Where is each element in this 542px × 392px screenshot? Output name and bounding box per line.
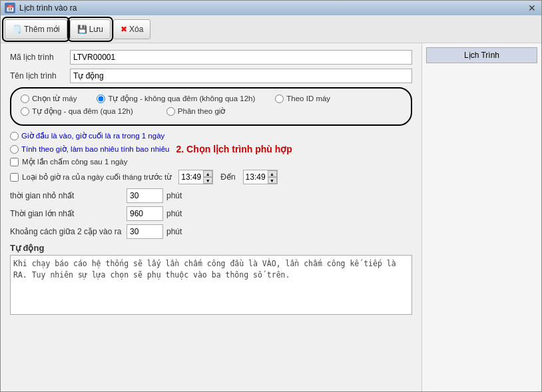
den-label: Đến [220,172,235,182]
theo-id-may-label: Theo ID máy [286,95,330,102]
right-panel-header: Lịch Trình [426,47,537,63]
ma-lich-trinh-row: Mã lịch trình [10,50,412,65]
main-window: 📅 Lịch trình vào ra ✕ 🗒️ Thêm mới 💾 Lưu … [0,0,542,392]
time-from-up[interactable]: ▲ [203,170,212,177]
add-icon: 🗒️ [12,25,22,34]
radio-row-2: Tự động - qua đêm (qua 12h) Phân theo gi… [21,106,402,116]
radio-tu-dong-input[interactable] [97,95,105,103]
thoi-gian-lon-nhat-row: Thời gian lớn nhất phút [10,206,412,221]
close-button[interactable]: ✕ [527,3,537,13]
add-label: Thêm mới [24,25,60,34]
time-to-input[interactable] [244,170,268,184]
time-to-spinner: ▲ ▼ [243,170,278,184]
title-bar-left: 📅 Lịch trình vào ra [5,3,77,13]
radio-tu-dong-qua-dem-input[interactable] [21,107,29,116]
radio-gio-dau-input[interactable] [10,132,19,140]
time-from-buttons: ▲ ▼ [203,170,212,184]
save-button[interactable]: 💾 Lưu [70,19,111,39]
radio-group-box: Chọn từ máy Tự động - không qua đêm (khô… [10,87,412,126]
right-panel: Lịch Trình [421,43,541,391]
mot-lan-row: Một lần chấm công sau 1 ngày [10,157,412,166]
time-to-down[interactable]: ▼ [268,177,277,184]
radio-gio-dau[interactable]: Giờ đầu là vào, giờ cuối là ra trong 1 n… [10,131,164,140]
save-label: Lưu [89,25,103,34]
main-content: Mã lịch trình Tên lịch trình Chọn từ máy [1,43,541,391]
thoi-gian-nho-nhat-input[interactable] [127,188,163,203]
ma-lich-trinh-input[interactable] [70,50,412,65]
description-box: Tự động Khi chạy báo cáo hệ thống sẽ lấy… [10,243,412,317]
delete-button[interactable]: ✖ Xóa [113,19,150,39]
thoi-gian-nho-nhat-label: thời gian nhỏ nhất [10,191,127,200]
time-from-input[interactable] [179,170,203,184]
radio-tu-dong[interactable]: Tự động - không qua đêm (không qua 12h) [97,94,255,103]
time-from-spinner: ▲ ▼ [178,170,213,184]
radio-chon-tu-may[interactable]: Chọn từ máy [21,94,77,103]
unit-2: phút [166,209,182,218]
thoi-gian-nho-nhat-row: thời gian nhỏ nhất phút [10,188,412,203]
thoi-gian-lon-nhat-input[interactable] [127,206,163,221]
window-title: Lịch trình vào ra [19,3,77,13]
chon-tu-may-label: Chọn từ máy [32,94,77,103]
left-panel: Mã lịch trình Tên lịch trình Chọn từ máy [1,43,421,391]
loai-bo-label: Loại bỏ giờ ra của ngày cuối tháng trước… [22,172,172,182]
ma-lich-trinh-label: Mã lịch trình [10,53,70,62]
unit-1: phút [166,191,182,200]
description-textarea[interactable]: Khi chạy báo cáo hệ thống sẽ lấy lần chấ… [10,255,412,315]
thoi-gian-lon-nhat-label: Thời gian lớn nhất [10,209,127,218]
gio-dau-label: Giờ đầu là vào, giờ cuối là ra trong 1 n… [21,131,164,140]
tu-dong-qua-dem-label: Tự động - qua đêm (qua 12h) [32,106,133,116]
window-icon: 📅 [5,3,15,13]
radio-chon-tu-may-input[interactable] [21,95,29,103]
radio-phan-theo-gio[interactable]: Phân theo giờ [166,106,226,116]
save-icon: 💾 [77,25,87,34]
mot-lan-checkbox[interactable] [10,158,19,166]
radio-tinh-theo-gio-input[interactable] [10,145,19,154]
radio-row-1: Chọn từ máy Tự động - không qua đêm (khô… [21,94,402,103]
khoang-cach-input[interactable] [127,224,163,239]
radio-tu-dong-qua-dem[interactable]: Tự động - qua đêm (qua 12h) [21,106,133,116]
radio-phan-theo-gio-input[interactable] [166,107,175,116]
khoang-cach-label: Khoảng cách giữa 2 cặp vào ra [10,227,127,236]
ten-lich-trinh-input[interactable] [70,69,412,83]
tinh-theo-gio-row: Tính theo giờ, làm bao nhiêu tính bao nh… [10,144,412,154]
mot-lan-label: Một lần chấm công sau 1 ngày [22,157,127,166]
phan-theo-gio-label: Phân theo giờ [178,106,226,116]
delete-label: Xóa [129,25,143,34]
radio-tinh-theo-gio[interactable]: Tính theo giờ, làm bao nhiêu tính bao nh… [10,144,169,154]
title-bar: 📅 Lịch trình vào ra ✕ [1,1,541,15]
ten-lich-trinh-row: Tên lịch trình [10,69,412,83]
khoang-cach-row: Khoảng cách giữa 2 cặp vào ra phút [10,224,412,239]
time-from-down[interactable]: ▼ [203,177,212,184]
time-to-up[interactable]: ▲ [268,170,277,177]
radio-theo-id-may[interactable]: Theo ID máy [275,95,330,103]
loai-bo-row: Loại bỏ giờ ra của ngày cuối tháng trước… [10,170,412,184]
delete-icon: ✖ [121,25,127,34]
tinh-theo-gio-label: Tính theo giờ, làm bao nhiêu tính bao nh… [21,144,169,154]
gio-dau-row: Giờ đầu là vào, giờ cuối là ra trong 1 n… [10,131,412,140]
description-title: Tự động [10,243,412,253]
step2-annotation: 2. Chọn lịch trình phù hợp [176,144,292,154]
add-new-button[interactable]: 🗒️ Thêm mới [5,19,67,39]
toolbar: 🗒️ Thêm mới 💾 Lưu ✖ Xóa [1,15,541,43]
radio-theo-id-may-input[interactable] [275,95,284,103]
time-to-buttons: ▲ ▼ [268,170,277,184]
unit-3: phút [166,227,182,236]
ten-lich-trinh-label: Tên lịch trình [10,71,70,81]
loai-bo-checkbox[interactable] [10,173,19,182]
tu-dong-label: Tự động - không qua đêm (không qua 12h) [108,94,255,103]
